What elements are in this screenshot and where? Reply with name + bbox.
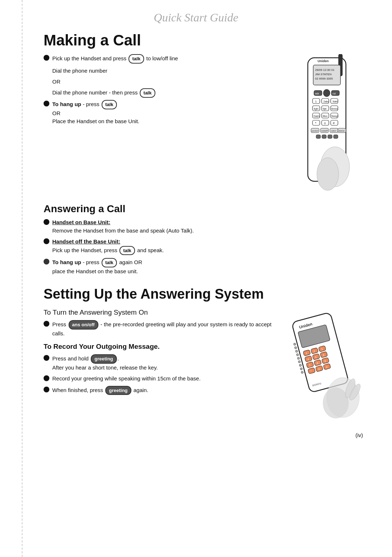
making-a-call-text: Pick up the Handset and press talk to lo… (44, 54, 283, 129)
svg-rect-45 (322, 135, 326, 138)
bullet-pickup-text: Pick up the Handset and press talk to lo… (52, 54, 283, 64)
making-a-call-content: Pick up the Handset and press talk to lo… (44, 54, 363, 196)
svg-text:02 9599 3355: 02 9599 3355 (315, 77, 333, 80)
svg-point-55 (295, 350, 298, 352)
svg-rect-8 (323, 89, 330, 97)
talk-button-label-2: talk (140, 88, 155, 98)
bullet-dot-5 (44, 259, 49, 265)
bullet-ans-on-off-text: Press ans on/off - the pre-recorded gree… (52, 320, 276, 338)
svg-point-49 (317, 158, 339, 190)
svg-text:2abc: 2abc (323, 100, 329, 103)
ans-on-off-button-label: ans on/off (69, 320, 98, 330)
bullet-hangup: To hang up - press talk OR Place the Han… (44, 100, 283, 126)
bullet-dot-4 (44, 238, 49, 244)
phone1-svg: 28/09 12:30 01 JIM STATEN 02 9599 3355 U… (295, 54, 359, 196)
greeting-button-label-1: greeting (91, 354, 117, 364)
phone-diagram-2: Uniden (283, 305, 363, 421)
svg-text:7pqrs: 7pqrs (313, 115, 320, 118)
svg-text:#: # (333, 121, 335, 125)
bullet-dot-8 (44, 375, 49, 381)
svg-point-88 (323, 388, 348, 418)
bullet-hangup-text: To hang up - press talk OR Place the Han… (52, 100, 283, 126)
svg-text:5jkl: 5jkl (323, 108, 327, 110)
bullet-when-finished: When finished, press greeting again. (44, 386, 276, 395)
page-header: Quick Start Guide (0, 0, 392, 28)
setting-up-section: Setting Up the Answering System To Turn … (44, 286, 363, 421)
svg-text:cid: cid (332, 92, 336, 95)
svg-rect-46 (328, 135, 332, 138)
bullet-press-hold-greeting: Press and hold greeting. After you hear … (44, 354, 276, 372)
svg-point-58 (298, 360, 301, 363)
bullet-pickup: Pick up the Handset and press talk to lo… (44, 54, 283, 64)
bullet-hangup-2: To hang up - press talk again OR place t… (44, 258, 363, 275)
svg-rect-47 (334, 135, 338, 138)
svg-point-56 (296, 354, 299, 356)
bullet-press-hold-greeting-text: Press and hold greeting. After you hear … (52, 354, 276, 372)
svg-point-57 (297, 357, 300, 359)
bullet-handset-on-base-text: Handset on Base Unit: Remove the Handset… (52, 218, 363, 235)
bullet-dot-3 (44, 219, 49, 225)
setting-up-content: To Turn the Answering System On Press an… (44, 308, 363, 421)
making-a-call-section: Making a Call Pick up the Handset and pr… (44, 32, 363, 196)
bullet-hangup-2-text: To hang up - press talk again OR place t… (52, 258, 363, 275)
page-border (22, 0, 23, 557)
svg-text:6mno: 6mno (331, 108, 338, 110)
phone-diagram-1: 28/09 12:30 01 JIM STATEN 02 9599 3355 U… (290, 54, 363, 196)
bullet-dot-2 (44, 101, 49, 106)
answering-a-call-section: Answering a Call Handset on Base Unit: R… (44, 203, 363, 275)
svg-point-54 (294, 346, 297, 349)
svg-text:Uniden: Uniden (318, 59, 329, 63)
greeting-button-label-2: greeting (105, 386, 131, 395)
bullet-dot-6 (44, 321, 49, 327)
svg-text:delete/: delete/ (339, 130, 345, 132)
setting-up-text: To Turn the Answering System On Press an… (44, 308, 276, 398)
svg-rect-44 (316, 135, 320, 138)
svg-point-53 (293, 343, 296, 346)
svg-text:4ghi: 4ghi (314, 108, 319, 110)
dial-instruction-or: OR (52, 77, 283, 86)
svg-text:talk: talk (315, 92, 319, 95)
svg-text:0: 0 (324, 122, 326, 125)
talk-button-label-5: talk (102, 258, 117, 267)
dial-instruction-1: Dial the phone number (52, 66, 283, 75)
bullet-dot-7 (44, 355, 49, 361)
bullet-handset-on-base: Handset on Base Unit: Remove the Handset… (44, 218, 363, 235)
page-title: Quick Start Guide (154, 11, 238, 24)
svg-text:*: * (315, 121, 317, 125)
record-title: To Record Your Outgoing Message. (44, 343, 276, 351)
bullet-record-greeting-text: Record your greeting while speaking with… (52, 375, 276, 383)
svg-text:28/09  12:30  01: 28/09 12:30 01 (315, 68, 335, 72)
svg-text:pocket/: pocket/ (312, 130, 318, 132)
svg-text:select: select (331, 130, 336, 132)
svg-text:8tuv: 8tuv (323, 115, 328, 117)
svg-point-85 (300, 367, 302, 370)
talk-button-label-4: talk (119, 246, 135, 255)
making-a-call-title: Making a Call (44, 32, 363, 49)
talk-button-label-1: talk (128, 54, 144, 64)
bullet-handset-off-base-text: Handset off the Base Unit: Pick up the H… (52, 238, 363, 255)
talk-button-label-3: talk (102, 100, 117, 109)
turn-on-title: To Turn the Answering System On (44, 308, 276, 316)
answering-a-call-title: Answering a Call (44, 203, 363, 215)
bullet-handset-off-base: Handset off the Base Unit: Pick up the H… (44, 238, 363, 255)
setting-up-title: Setting Up the Answering System (44, 286, 363, 302)
svg-text:JIM STATEN: JIM STATEN (315, 73, 332, 76)
svg-point-86 (301, 371, 303, 374)
bullet-dot-9 (44, 387, 49, 392)
svg-text:redial/P: redial/P (321, 130, 328, 132)
bullet-when-finished-text: When finished, press greeting again. (52, 386, 276, 395)
bullet-dot-1 (44, 55, 49, 61)
svg-text:1: 1 (315, 100, 317, 103)
dial-instruction-2: Dial the phone number - then press talk (52, 88, 283, 98)
svg-text:9wxyz: 9wxyz (331, 115, 339, 118)
phone2-svg: Uniden (283, 305, 363, 421)
bullet-record-greeting: Record your greeting while speaking with… (44, 375, 276, 383)
page-number: (iv) (0, 428, 392, 442)
svg-point-59 (299, 364, 302, 367)
bullet-ans-on-off: Press ans on/off - the pre-recorded gree… (44, 320, 276, 338)
svg-text:3def: 3def (332, 100, 338, 103)
